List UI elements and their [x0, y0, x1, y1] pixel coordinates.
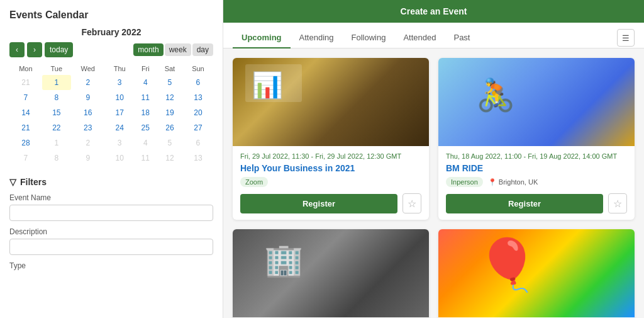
- events-grid: Fri, 29 Jul 2022, 11:30 - Fri, 29 Jul 20…: [233, 58, 635, 318]
- calendar-day[interactable]: 6: [183, 75, 213, 90]
- tab-past[interactable]: Past: [445, 28, 479, 48]
- calendar-day[interactable]: 12: [157, 150, 183, 166]
- description-label: Description: [9, 227, 213, 236]
- calendar-day[interactable]: 25: [135, 120, 157, 135]
- event-location: 📍 Brighton, UK: [488, 178, 538, 186]
- calendar-week-view-button[interactable]: week: [165, 43, 191, 56]
- filters-section: ▽ Filters Event Name Description Type: [9, 177, 213, 270]
- calendar-grid: MonTueWedThuFriSatSun 211234567891011121…: [9, 62, 213, 166]
- calendar-day[interactable]: 2: [71, 75, 105, 90]
- event-name-label: Event Name: [9, 193, 213, 202]
- event-actions: Register☆: [240, 193, 421, 213]
- event-title: BM RIDE: [446, 163, 627, 173]
- event-card: Wed, 21 Sept 2022, 11:00 - Fri, 23 Sept …: [438, 229, 635, 318]
- calendar-day[interactable]: 13: [183, 90, 213, 105]
- calendar-day[interactable]: 10: [105, 90, 135, 105]
- tab-following[interactable]: Following: [343, 28, 395, 48]
- calendar-day[interactable]: 19: [157, 105, 183, 120]
- calendar-day[interactable]: 8: [42, 150, 71, 166]
- tabs-row: UpcomingAttendingFollowingAttendedPast ☰: [223, 23, 644, 48]
- event-card: Fri, 29 Jul 2022, 11:30 - Fri, 29 Jul 20…: [233, 58, 429, 220]
- calendar-day[interactable]: 3: [105, 135, 135, 150]
- calendar-weekday-header: Fri: [135, 62, 157, 75]
- register-button[interactable]: Register: [240, 194, 397, 213]
- calendar-day[interactable]: 1: [42, 135, 71, 150]
- calendar-day[interactable]: 21: [9, 120, 42, 135]
- calendar-day[interactable]: 8: [42, 90, 71, 105]
- panel-title: Events Calendar: [9, 9, 213, 21]
- calendar-day[interactable]: 28: [9, 135, 42, 150]
- calendar-day[interactable]: 18: [135, 105, 157, 120]
- event-tags: Zoom: [240, 177, 421, 187]
- calendar-day[interactable]: 9: [71, 90, 105, 105]
- calendar-day[interactable]: 26: [157, 120, 183, 135]
- event-date: Fri, 29 Jul 2022, 11:30 - Fri, 29 Jul 20…: [240, 152, 421, 160]
- calendar-day[interactable]: 21: [9, 75, 42, 90]
- calendar-prev-button[interactable]: ‹: [9, 42, 25, 57]
- calendar-day[interactable]: 10: [105, 150, 135, 166]
- event-actions: Register☆: [446, 193, 627, 213]
- event-image-cycling: [438, 58, 635, 146]
- calendar-day[interactable]: 6: [183, 135, 213, 150]
- type-label: Type: [9, 261, 213, 270]
- register-button[interactable]: Register: [446, 194, 603, 213]
- calendar-day[interactable]: 22: [42, 120, 71, 135]
- calendar-day[interactable]: 11: [135, 150, 157, 166]
- calendar-day[interactable]: 13: [183, 150, 213, 166]
- calendar-day[interactable]: 5: [157, 75, 183, 90]
- event-date: Thu, 18 Aug 2022, 11:00 - Fri, 19 Aug 20…: [446, 152, 627, 160]
- tab-attending[interactable]: Attending: [291, 28, 343, 48]
- star-button[interactable]: ☆: [608, 193, 627, 213]
- tab-attended[interactable]: Attended: [394, 28, 445, 48]
- calendar-day[interactable]: 16: [71, 105, 105, 120]
- calendar-day[interactable]: 1: [42, 75, 71, 90]
- event-card-body: Thu, 18 Aug 2022, 11:00 - Fri, 19 Aug 20…: [438, 146, 635, 220]
- calendar-month-view-button[interactable]: month: [133, 43, 163, 56]
- calendar-day[interactable]: 23: [71, 120, 105, 135]
- calendar-day[interactable]: 4: [135, 135, 157, 150]
- calendar-day[interactable]: 11: [135, 90, 157, 105]
- calendar-day[interactable]: 12: [157, 90, 183, 105]
- calendar-day[interactable]: 2: [71, 135, 105, 150]
- calendar-weekday-header: Tue: [42, 62, 71, 75]
- event-tags: Inperson📍 Brighton, UK: [446, 177, 627, 187]
- tab-upcoming[interactable]: Upcoming: [233, 28, 291, 48]
- calendar-view-buttons: month week day: [133, 43, 213, 56]
- calendar-day[interactable]: 20: [183, 105, 213, 120]
- event-tag: Zoom: [240, 177, 268, 187]
- calendar-day[interactable]: 3: [105, 75, 135, 90]
- calendar-day[interactable]: 4: [135, 75, 157, 90]
- list-view-icon[interactable]: ☰: [617, 29, 635, 47]
- calendar-weekday-header: Mon: [9, 62, 42, 75]
- calendar-day-view-button[interactable]: day: [192, 43, 213, 56]
- right-panel: Create an Event UpcomingAttendingFollowi…: [223, 0, 644, 318]
- event-name-input[interactable]: [9, 205, 213, 221]
- create-event-bar[interactable]: Create an Event: [223, 0, 644, 23]
- event-tag: Inperson: [446, 177, 483, 187]
- calendar-day[interactable]: 15: [42, 105, 71, 120]
- calendar-day[interactable]: 24: [105, 120, 135, 135]
- calendar-day[interactable]: 7: [9, 150, 42, 166]
- calendar-weekday-header: Sat: [157, 62, 183, 75]
- star-button[interactable]: ☆: [402, 193, 421, 213]
- event-card: Thu, 18 Aug 2022, 11:00 - Fri, 19 Aug 20…: [438, 58, 635, 220]
- event-card-body: Fri, 29 Jul 2022, 11:30 - Fri, 29 Jul 20…: [233, 146, 429, 220]
- event-image-expo: [233, 229, 429, 317]
- calendar-day[interactable]: 9: [71, 150, 105, 166]
- calendar-day[interactable]: 27: [183, 120, 213, 135]
- filter-icon: ▽: [9, 177, 16, 187]
- event-image-balloon: [438, 229, 635, 317]
- calendar-day[interactable]: 5: [157, 135, 183, 150]
- tabs-container: UpcomingAttendingFollowingAttendedPast: [233, 28, 479, 48]
- calendar-day[interactable]: 14: [9, 105, 42, 120]
- calendar-day[interactable]: 7: [9, 90, 42, 105]
- calendar-weekday-header: Wed: [71, 62, 105, 75]
- description-input[interactable]: [9, 239, 213, 255]
- calendar-today-button[interactable]: today: [45, 42, 73, 57]
- calendar-weekday-header: Sun: [183, 62, 213, 75]
- left-panel: Events Calendar February 2022 ‹ › today …: [0, 0, 223, 318]
- calendar-next-button[interactable]: ›: [27, 42, 42, 57]
- calendar-nav-row: ‹ › today month week day: [9, 42, 213, 57]
- calendar-day[interactable]: 17: [105, 105, 135, 120]
- calendar-header: February 2022: [9, 27, 213, 37]
